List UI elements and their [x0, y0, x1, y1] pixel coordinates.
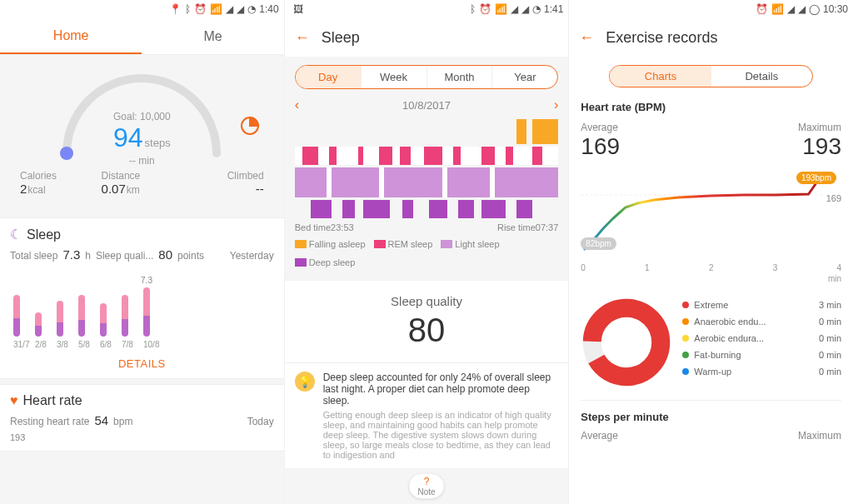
tab-me[interactable]: Me — [142, 18, 283, 54]
day-label: 31/7 — [13, 340, 20, 349]
sleep-times-row: Bed time23:53 Rise time07:37 — [285, 221, 569, 234]
date-row: ‹ 10/8/2017 › — [285, 97, 569, 119]
next-day-icon[interactable]: › — [554, 97, 558, 112]
hr-x-unit-row: min — [569, 274, 853, 283]
spm-avg-label: Average — [581, 430, 617, 442]
zone-value: 0 min — [819, 317, 841, 327]
zone-row: Extreme3 min — [682, 297, 841, 313]
signal-icon-2: ◢ — [237, 3, 244, 15]
signal-icon-2: ◢ — [798, 3, 806, 15]
top-tabs: Home Me — [0, 18, 284, 55]
zone-row: Anaerobic endu...0 min — [682, 313, 841, 330]
sleep-tip-card: 💡 Deep sleep accounted for only 24% of o… — [285, 362, 569, 468]
xtick: 3 — [773, 263, 778, 272]
alarm-icon: ⏰ — [194, 3, 207, 15]
signal-icon: ◢ — [511, 3, 518, 15]
zone-label: Warm-up — [694, 367, 814, 377]
hr-resting-label: Resting heart rate — [10, 416, 89, 427]
status-bar: ⏰ 📶 ◢ ◢ ◯ 10:30 — [569, 0, 853, 18]
sleep-meta: Total sleep 7.3h Sleep quali... 80 point… — [10, 247, 274, 262]
distance-value: 0.07 — [102, 182, 126, 196]
metric-distance: Distance 0.07km — [102, 170, 183, 196]
sleep-total-value: 7.3 — [62, 247, 80, 262]
spm-max-label: Maximum — [798, 430, 841, 442]
tab-week[interactable]: Week — [361, 66, 426, 88]
x-unit: min — [828, 274, 841, 283]
sleep-chart-labels: 31/7 2/8 3/8 5/8 6/8 7/8 10/8 — [10, 337, 274, 349]
gauge-arc-icon — [50, 70, 233, 162]
note-label: Note — [417, 487, 435, 497]
divider — [581, 400, 841, 401]
xtick: 2 — [709, 263, 714, 272]
hr-max-value: 193 — [798, 133, 841, 160]
location-icon: 📍 — [169, 3, 182, 15]
page-title: Sleep — [322, 29, 360, 47]
sleep-card[interactable]: ☾ Sleep Total sleep 7.3h Sleep quali... … — [0, 217, 284, 379]
hr-x-axis: 0 1 2 3 4 — [569, 263, 853, 272]
back-arrow-icon[interactable]: ← — [579, 29, 594, 47]
tab-day[interactable]: Day — [296, 66, 361, 88]
legend-falling: Falling asleep — [309, 239, 366, 249]
sleep-meta-right: Yesterday — [230, 250, 274, 262]
zone-dot-icon — [682, 302, 689, 308]
day-label: 7/8 — [122, 340, 128, 349]
distance-unit: km — [127, 184, 140, 196]
xtick: 4 — [836, 263, 841, 272]
bluetooth-icon: ᛒ — [185, 3, 191, 15]
tip-detail: Getting enough deep sleep is an indicato… — [323, 410, 559, 460]
tab-details[interactable]: Details — [711, 66, 812, 87]
tab-home[interactable]: Home — [0, 18, 142, 54]
sleep-card-header: ☾ Sleep — [10, 227, 274, 242]
hr-zone-ring — [581, 297, 672, 388]
bluetooth-icon: ᛒ — [470, 3, 476, 15]
signal-icon-2: ◢ — [521, 3, 529, 15]
lightbulb-icon: 💡 — [295, 372, 315, 392]
alarm-icon: ⏰ — [479, 3, 491, 15]
note-button[interactable]: ? Note — [408, 473, 444, 499]
gallery-icon: 🖼 — [293, 3, 303, 15]
sleep-quality-value: 80 — [295, 312, 559, 349]
sleep-phase-chart — [285, 119, 569, 218]
tab-year[interactable]: Year — [491, 66, 557, 88]
legend-deep: Deep sleep — [309, 257, 356, 267]
day-label: 6/8 — [100, 340, 107, 349]
hr-max-badge: 193bpm — [796, 172, 836, 184]
period-tabs: Day Week Month Year — [295, 65, 559, 89]
spm-section: Steps per minute Average Maximum — [569, 406, 853, 443]
wifi-icon: 📶 — [210, 3, 222, 15]
status-clock: 1:41 — [544, 3, 563, 15]
hr-max-label: Maximum — [798, 122, 841, 133]
heart-rate-card[interactable]: ♥ Heart rate Resting heart rate 54bpm To… — [0, 384, 284, 452]
tab-month[interactable]: Month — [426, 66, 492, 88]
pie-chart-icon[interactable] — [241, 117, 259, 135]
heart-icon: ♥ — [10, 393, 18, 408]
steps-gauge: Goal: 10,000 94steps -- min — [10, 67, 274, 167]
signal-icon: ◢ — [226, 3, 233, 15]
zone-value: 0 min — [819, 333, 841, 343]
hr-end-value: 169 — [826, 193, 841, 203]
hr-resting-value: 54 — [94, 413, 108, 427]
wifi-icon: 📶 — [771, 3, 784, 15]
back-arrow-icon[interactable]: ← — [295, 29, 310, 47]
hr-meta: Resting heart rate 54bpm Today — [10, 413, 274, 427]
wifi-icon: 📶 — [495, 3, 507, 15]
status-clock: 1:40 — [259, 3, 278, 15]
signal-icon: ◢ — [787, 3, 795, 15]
legend-rem: REM sleep — [388, 239, 433, 249]
distance-label: Distance — [102, 170, 183, 182]
tab-charts[interactable]: Charts — [610, 66, 711, 87]
hr-max-value: 193 — [10, 432, 274, 442]
bed-label: Bed time — [295, 222, 331, 232]
zone-value: 0 min — [819, 350, 841, 360]
date-value: 10/8/2017 — [299, 99, 554, 112]
sleep-legend: Falling asleep REM sleep Light sleep Dee… — [285, 234, 569, 276]
day-label: 10/8 — [143, 340, 150, 349]
zone-dot-icon — [682, 318, 689, 325]
zone-dot-icon — [682, 368, 689, 375]
record-tabs: Charts Details — [609, 65, 813, 87]
sleep-details-button[interactable]: DETAILS — [10, 357, 274, 370]
calories-unit: kcal — [27, 184, 45, 196]
sleep-quality-section: Sleep quality 80 — [285, 281, 569, 362]
zone-value: 0 min — [819, 367, 841, 377]
sleep-quality-value: 80 — [158, 247, 172, 262]
